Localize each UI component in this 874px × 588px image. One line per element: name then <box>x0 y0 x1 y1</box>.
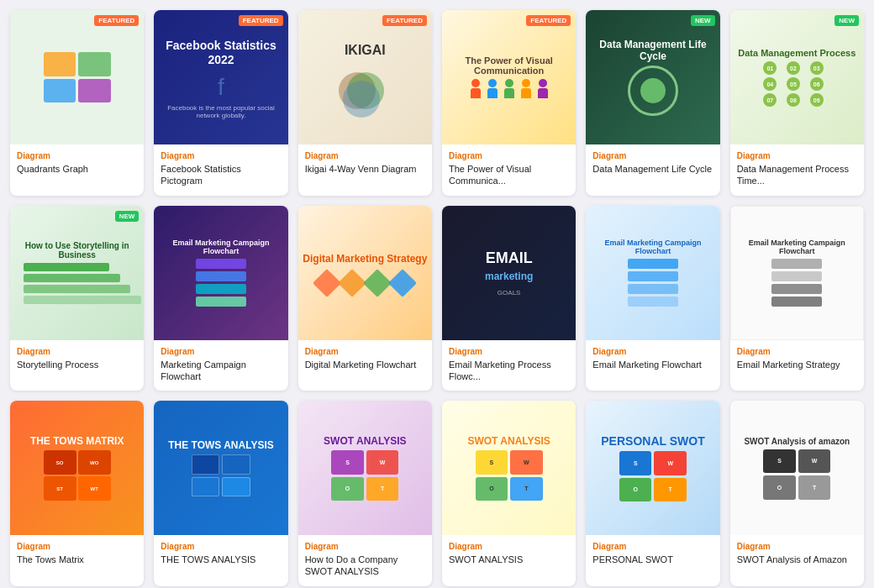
card-item-c7[interactable]: How to Use Storytelling in BusinessNEWDi… <box>10 206 144 391</box>
card-category-c9: Diagram <box>305 347 425 356</box>
card-item-c3[interactable]: IKIGAIFEATUREDDiagramIkigai 4-Way Venn D… <box>298 10 432 196</box>
card-title-c3: Ikigai 4-Way Venn Diagram <box>305 163 425 175</box>
card-thumbnail-c9: Digital Marketing Strategy <box>298 206 432 340</box>
card-title-c9: Digital Marketing Flowchart <box>305 359 425 370</box>
card-category-c11: Diagram <box>592 347 713 356</box>
card-item-c15[interactable]: SWOT ANALYSISSWOTDiagramHow to Do a Comp… <box>298 401 432 586</box>
card-thumbnail-c11: Email Marketing Campaign Flowchart <box>586 206 719 340</box>
card-item-c8[interactable]: Email Marketing Campaign FlowchartDiagra… <box>154 206 287 391</box>
card-title-c6: Data Management Process Time... <box>737 163 857 187</box>
card-info-c16: DiagramSWOT ANALYSIS <box>442 535 576 574</box>
card-info-c6: DiagramData Management Process Time... <box>730 144 864 196</box>
card-thumbnail-c2: Facebook Statistics 2022fFacebook is the… <box>154 10 287 144</box>
card-category-c10: Diagram <box>449 347 569 356</box>
card-info-c14: DiagramTHE TOWS ANALYSIS <box>154 535 287 574</box>
card-info-c9: DiagramDigital Marketing Flowchart <box>298 340 432 379</box>
card-info-c13: DiagramThe Tows Matrix <box>10 535 144 574</box>
card-category-c8: Diagram <box>161 347 281 356</box>
card-info-c10: DiagramEmail Marketing Process Flowc... <box>442 340 576 391</box>
card-title-c1: Quadrants Graph <box>17 163 137 175</box>
card-thumbnail-c14: THE TOWS ANALYSIS <box>154 401 287 535</box>
card-title-c17: PERSONAL SWOT <box>592 554 713 565</box>
card-info-c4: DiagramThe Power of Visual Communica... <box>442 144 576 196</box>
card-badge-c5: NEW <box>691 15 715 26</box>
card-item-c2[interactable]: Facebook Statistics 2022fFacebook is the… <box>154 10 287 196</box>
card-info-c15: DiagramHow to Do a Company SWOT ANALYSIS <box>298 535 432 586</box>
card-category-c5: Diagram <box>592 151 713 160</box>
card-thumbnail-c5: Data Management Life CycleNEW <box>586 10 719 144</box>
card-title-c11: Email Marketing Flowchart <box>592 359 713 370</box>
card-category-c2: Diagram <box>161 151 281 160</box>
card-title-c12: Email Marketing Strategy <box>737 359 857 370</box>
card-thumbnail-c6: Data Management Process01020304050607080… <box>730 10 864 144</box>
card-category-c7: Diagram <box>17 347 137 356</box>
card-badge-c3: FEATURED <box>382 15 427 26</box>
card-category-c14: Diagram <box>161 542 281 551</box>
card-item-c6[interactable]: Data Management Process01020304050607080… <box>730 10 864 196</box>
card-title-c10: Email Marketing Process Flowc... <box>449 359 569 383</box>
card-info-c8: DiagramMarketing Campaign Flowchart <box>154 340 287 391</box>
card-title-c18: SWOT Analysis of Amazon <box>737 554 857 565</box>
card-item-c13[interactable]: THE TOWS MATRIXSOWOSTWTDiagramThe Tows M… <box>10 401 144 586</box>
card-category-c12: Diagram <box>737 347 857 356</box>
card-thumbnail-c3: IKIGAIFEATURED <box>298 10 432 144</box>
card-badge-c7: NEW <box>115 211 140 222</box>
card-info-c1: DiagramQuadrants Graph <box>10 144 144 183</box>
card-title-c15: How to Do a Company SWOT ANALYSIS <box>305 554 425 578</box>
card-category-c6: Diagram <box>737 151 857 160</box>
card-item-c5[interactable]: Data Management Life CycleNEWDiagramData… <box>586 10 719 196</box>
card-thumbnail-c10: EMAILmarketingGOALS <box>442 206 576 340</box>
card-category-c3: Diagram <box>305 151 425 160</box>
card-title-c7: Storytelling Process <box>17 359 137 370</box>
card-thumbnail-c7: How to Use Storytelling in BusinessNEW <box>10 206 144 340</box>
card-badge-c1: FEATURED <box>94 15 139 26</box>
card-category-c1: Diagram <box>17 151 137 160</box>
card-item-c1[interactable]: FEATUREDDiagramQuadrants Graph <box>10 10 144 196</box>
card-item-c14[interactable]: THE TOWS ANALYSISDiagramTHE TOWS ANALYSI… <box>154 401 287 586</box>
card-badge-c2: FEATURED <box>239 15 283 26</box>
card-category-c16: Diagram <box>449 542 569 551</box>
card-info-c11: DiagramEmail Marketing Flowchart <box>586 340 719 379</box>
card-thumbnail-c16: SWOT ANALYSISSWOT <box>442 401 576 535</box>
card-badge-c6: NEW <box>835 15 859 26</box>
card-thumbnail-c17: PERSONAL SWOTSWOT <box>586 401 719 535</box>
card-grid: FEATUREDDiagramQuadrants GraphFacebook S… <box>10 10 864 586</box>
card-title-c4: The Power of Visual Communica... <box>449 163 569 187</box>
card-category-c17: Diagram <box>592 542 713 551</box>
card-info-c17: DiagramPERSONAL SWOT <box>586 535 719 574</box>
card-item-c18[interactable]: SWOT Analysis of amazonSWOTDiagramSWOT A… <box>730 401 864 586</box>
card-info-c7: DiagramStorytelling Process <box>10 340 144 379</box>
card-info-c3: DiagramIkigai 4-Way Venn Diagram <box>298 144 432 183</box>
card-category-c4: Diagram <box>449 151 569 160</box>
card-info-c5: DiagramData Management Life Cycle <box>586 144 719 183</box>
card-item-c12[interactable]: Email Marketing Campaign FlowchartDiagra… <box>730 206 864 391</box>
card-item-c11[interactable]: Email Marketing Campaign FlowchartDiagra… <box>586 206 719 391</box>
card-thumbnail-c1: FEATURED <box>10 10 144 144</box>
card-title-c2: Facebook Statistics Pictogram <box>161 163 281 187</box>
card-item-c10[interactable]: EMAILmarketingGOALSDiagramEmail Marketin… <box>442 206 576 391</box>
card-thumbnail-c18: SWOT Analysis of amazonSWOT <box>730 401 864 535</box>
card-title-c13: The Tows Matrix <box>17 554 137 565</box>
card-item-c9[interactable]: Digital Marketing StrategyDiagramDigital… <box>298 206 432 391</box>
card-item-c16[interactable]: SWOT ANALYSISSWOTDiagramSWOT ANALYSIS <box>442 401 576 586</box>
card-category-c15: Diagram <box>305 542 425 551</box>
card-item-c17[interactable]: PERSONAL SWOTSWOTDiagramPERSONAL SWOT <box>586 401 719 586</box>
card-thumbnail-c15: SWOT ANALYSISSWOT <box>298 401 432 535</box>
card-title-c8: Marketing Campaign Flowchart <box>161 359 281 383</box>
card-badge-c4: FEATURED <box>526 15 571 26</box>
card-category-c13: Diagram <box>17 542 137 551</box>
card-thumbnail-c12: Email Marketing Campaign Flowchart <box>730 206 864 340</box>
card-category-c18: Diagram <box>737 542 857 551</box>
card-info-c2: DiagramFacebook Statistics Pictogram <box>154 144 287 196</box>
card-thumbnail-c4: The Power of Visual CommunicationFEATURE… <box>442 10 576 144</box>
card-info-c12: DiagramEmail Marketing Strategy <box>730 340 864 379</box>
card-title-c16: SWOT ANALYSIS <box>449 554 569 565</box>
card-title-c5: Data Management Life Cycle <box>592 163 713 175</box>
card-thumbnail-c13: THE TOWS MATRIXSOWOSTWT <box>10 401 144 535</box>
card-thumbnail-c8: Email Marketing Campaign Flowchart <box>154 206 287 340</box>
card-info-c18: DiagramSWOT Analysis of Amazon <box>730 535 864 574</box>
card-item-c4[interactable]: The Power of Visual CommunicationFEATURE… <box>442 10 576 196</box>
card-title-c14: THE TOWS ANALYSIS <box>161 554 281 565</box>
